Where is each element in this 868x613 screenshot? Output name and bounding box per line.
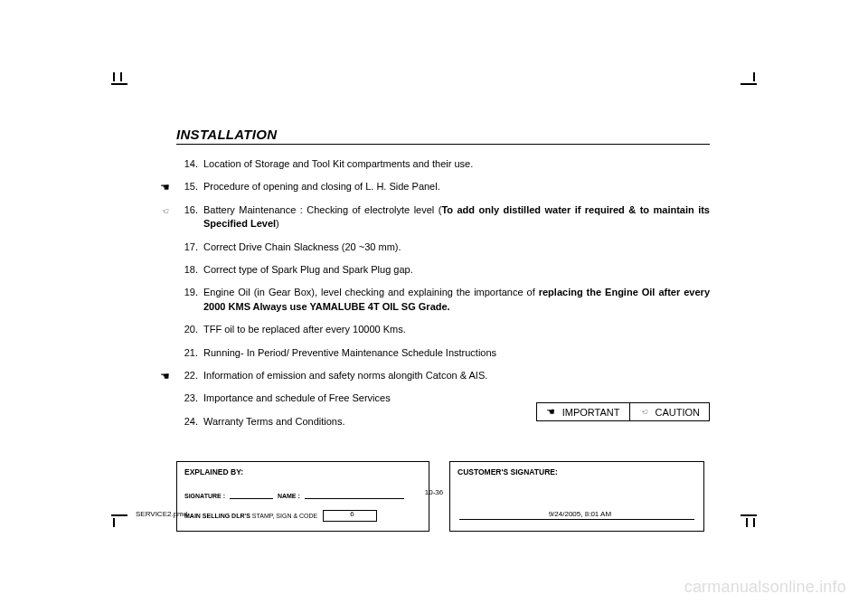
crop-mark <box>733 72 755 94</box>
customer-signature-box: CUSTOMER'S SIGNATURE: <box>449 461 704 532</box>
legend-label: CAUTION <box>656 407 701 418</box>
box-title: CUSTOMER'S SIGNATURE: <box>458 467 696 476</box>
caution-icon: ☜ <box>156 205 173 216</box>
item-number: 20. <box>176 323 203 336</box>
signature-line <box>459 519 694 520</box>
legend-important: ☚ IMPORTANT <box>537 403 629 420</box>
list-item: 20. TFF oil to be replaced after every 1… <box>176 323 710 336</box>
item-text: Location of Storage and Tool Kit compart… <box>203 157 710 171</box>
list-item: 14. Location of Storage and Tool Kit com… <box>176 157 710 171</box>
signature-boxes: EXPLAINED BY: SIGNATURE : NAME : MAIN SE… <box>176 461 710 532</box>
item-number: 15. <box>176 180 203 193</box>
item-number: 22. <box>176 369 203 382</box>
section-heading: INSTALLATION <box>176 127 710 145</box>
list-item: 17. Correct Drive Chain Slackness (20 ~3… <box>176 240 710 254</box>
item-text: Correct Drive Chain Slackness (20 ~30 mm… <box>203 240 710 254</box>
legend-box: ☚ IMPORTANT ☜ CAUTION <box>536 402 710 421</box>
item-text: Battery Maintenance : Checking of electr… <box>203 203 710 231</box>
item-number: 24. <box>176 415 203 429</box>
box-title: EXPLAINED BY: <box>184 467 421 476</box>
explained-by-box: EXPLAINED BY: SIGNATURE : NAME : MAIN SE… <box>176 461 429 532</box>
item-number: 17. <box>176 240 203 254</box>
signature-line: SIGNATURE : NAME : <box>184 493 407 499</box>
watermark: carmanualsonline.info <box>684 578 846 597</box>
item-text: Information of emission and safety norms… <box>203 369 710 382</box>
item-text: Running- In Period/ Preventive Maintenan… <box>203 346 710 360</box>
crop-mark <box>733 505 755 527</box>
item-number: 19. <box>176 286 203 314</box>
item-text: Correct type of Spark Plug and Spark Plu… <box>203 263 710 277</box>
item-number: 16. <box>176 203 203 231</box>
list-item: 19. Engine Oil (in Gear Box), level chec… <box>176 286 710 314</box>
page-content: INSTALLATION 14. Location of Storage and… <box>176 127 710 532</box>
list-item: ☜ 16. Battery Maintenance : Checking of … <box>176 203 710 231</box>
important-icon: ☚ <box>546 406 555 418</box>
item-text: TFF oil to be replaced after every 10000… <box>203 323 710 336</box>
instruction-list: 14. Location of Storage and Tool Kit com… <box>176 157 710 429</box>
item-number: 18. <box>176 263 203 277</box>
item-text: Procedure of opening and closing of L. H… <box>203 180 710 193</box>
print-footer: SERVICE2.pmd 6 9/24/2005, 8:01 AM <box>136 510 732 518</box>
footer-filename: SERVICE2.pmd <box>136 510 187 518</box>
list-item: ☚ 22. Information of emission and safety… <box>176 369 710 382</box>
page-number: 10-36 <box>425 488 443 496</box>
crop-mark <box>113 72 135 94</box>
footer-page: 6 <box>350 510 354 518</box>
item-text: Engine Oil (in Gear Box), level checking… <box>203 286 710 314</box>
caution-icon: ☜ <box>639 408 648 416</box>
list-item: ☚ 15. Procedure of opening and closing o… <box>176 180 710 193</box>
crop-mark <box>113 505 135 527</box>
legend-caution: ☜ CAUTION <box>629 403 710 420</box>
list-item: 18. Correct type of Spark Plug and Spark… <box>176 263 710 277</box>
important-icon: ☚ <box>156 180 173 195</box>
item-number: 14. <box>176 157 203 171</box>
item-number: 23. <box>176 391 203 405</box>
footer-timestamp: 9/24/2005, 8:01 AM <box>549 510 611 518</box>
legend-label: IMPORTANT <box>562 407 620 418</box>
important-icon: ☚ <box>156 369 173 384</box>
list-item: 21. Running- In Period/ Preventive Maint… <box>176 346 710 360</box>
item-number: 21. <box>176 346 203 360</box>
